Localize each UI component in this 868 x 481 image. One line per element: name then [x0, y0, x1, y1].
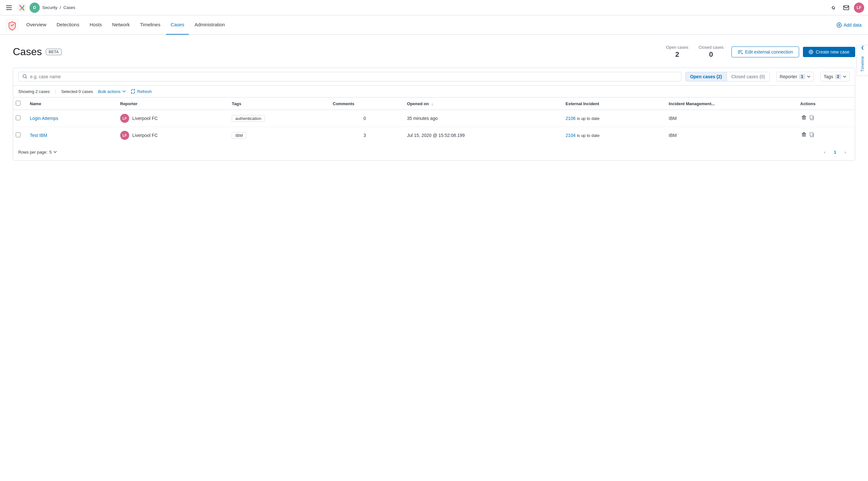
row-comments-cell: 0: [328, 110, 402, 127]
nav-overview[interactable]: Overview: [22, 16, 51, 35]
open-cases-label: Open cases: [666, 45, 688, 50]
incident-link[interactable]: 2104: [566, 133, 576, 138]
incident-link[interactable]: 2106: [566, 116, 576, 121]
nav-detections[interactable]: Detections: [52, 16, 84, 35]
settings-icon[interactable]: [828, 3, 838, 13]
row-opened-on-cell: 35 minutes ago: [402, 110, 561, 127]
security-logo: [6, 19, 18, 31]
delete-button[interactable]: [800, 131, 807, 140]
search-box[interactable]: [18, 72, 681, 82]
page-1-button[interactable]: 1: [831, 148, 839, 156]
closed-cases-label: Closed cases: [699, 45, 723, 50]
nav-administration[interactable]: Administration: [190, 16, 229, 35]
col-reporter: Reporter: [115, 97, 227, 110]
incident-status: is up to date: [577, 116, 600, 121]
select-all-header[interactable]: [13, 97, 25, 110]
create-case-button[interactable]: Create new case: [803, 47, 855, 57]
row-reporter-cell: LF Liverpool FC: [115, 110, 227, 127]
nav-network[interactable]: Network: [108, 16, 134, 35]
filter-bar: Open cases (2) Closed cases (0) Reporter…: [13, 68, 855, 86]
add-data-button[interactable]: Add data: [837, 23, 862, 28]
col-actions: Actions: [795, 97, 855, 110]
col-incident-management: Incident Management...: [663, 97, 795, 110]
col-name: Name: [25, 97, 115, 110]
delete-button[interactable]: [800, 114, 807, 123]
rows-per-page[interactable]: Rows per page: 5: [18, 150, 57, 155]
row-name-cell: Login Attemps: [25, 110, 115, 127]
row-name-cell: Test IBM: [25, 127, 115, 144]
bulk-actions-button[interactable]: Bulk actions: [98, 89, 126, 94]
page-title: Cases: [13, 46, 42, 58]
prev-page-button[interactable]: ‹: [820, 148, 829, 156]
reporter-filter[interactable]: Reporter 1: [776, 72, 814, 82]
case-name-link[interactable]: Test IBM: [30, 133, 47, 138]
copy-button[interactable]: [808, 131, 815, 140]
open-cases-value: 2: [666, 50, 688, 59]
row-external-incident-cell: 2106 is up to date: [561, 110, 664, 127]
copy-button[interactable]: [808, 114, 815, 123]
refresh-button[interactable]: Refresh: [131, 89, 152, 94]
nav-timelines[interactable]: Timelines: [135, 16, 165, 35]
case-name-link[interactable]: Login Attemps: [30, 116, 58, 121]
row-checkbox-0[interactable]: [16, 115, 21, 120]
row-actions-cell: [795, 127, 855, 144]
nav-cases[interactable]: Cases: [166, 16, 189, 35]
cases-stats: Open cases 2 Closed cases 0: [666, 45, 723, 59]
page-content: Cases BETA Open cases 2 Closed cases 0 E…: [0, 35, 868, 171]
tags-filter[interactable]: Tags 2: [820, 72, 850, 82]
selected-info: Selected 0 cases: [61, 89, 93, 94]
row-checkbox-1[interactable]: [16, 132, 21, 137]
timeline-chevron-icon: ❮: [861, 45, 864, 52]
svg-rect-11: [810, 115, 813, 119]
closed-cases-tab[interactable]: Closed cases (0): [727, 72, 770, 82]
breadcrumb: Security / Cases: [42, 5, 75, 10]
open-cases-tab[interactable]: Open cases (2): [685, 72, 727, 82]
row-tags-cell: authentication: [227, 110, 328, 127]
row-tags-cell: IBM: [227, 127, 328, 144]
pagination: ‹ 1 ›: [820, 148, 850, 156]
topbar: D Security / Cases LF: [0, 0, 868, 16]
row-comments-cell: 3: [328, 127, 402, 144]
svg-rect-1: [6, 7, 12, 8]
edit-connection-button[interactable]: Edit external connection: [732, 47, 799, 57]
next-page-button[interactable]: ›: [841, 148, 850, 156]
svg-rect-0: [6, 5, 12, 6]
row-reporter-cell: LF Liverpool FC: [115, 127, 227, 144]
user-avatar[interactable]: LF: [854, 3, 864, 13]
incident-status: is up to date: [577, 133, 600, 138]
row-external-incident-cell: 2104 is up to date: [561, 127, 664, 144]
menu-icon[interactable]: [4, 3, 14, 13]
col-external-incident: External Incident: [561, 97, 664, 110]
cases-container: Open cases (2) Closed cases (0) Reporter…: [13, 68, 855, 161]
row-checkbox-cell[interactable]: [13, 110, 25, 127]
closed-cases-value: 0: [699, 50, 723, 59]
svg-rect-15: [810, 132, 813, 136]
row-incident-mgmt-cell: IBM: [663, 110, 795, 127]
select-all-checkbox[interactable]: [16, 101, 21, 106]
mail-icon[interactable]: [841, 3, 851, 13]
tag-badge: IBM: [232, 132, 246, 139]
col-opened-on[interactable]: Opened on ↓: [402, 97, 561, 110]
row-incident-mgmt-cell: IBM: [663, 127, 795, 144]
timeline-sidebar[interactable]: ❮ Timeline: [857, 45, 868, 76]
table-footer: Rows per page: 5 ‹ 1 ›: [13, 144, 855, 160]
row-actions-cell: [795, 110, 855, 127]
table-row: Login Attemps LF Liverpool FC authentica…: [13, 110, 855, 127]
row-checkbox-cell[interactable]: [13, 127, 25, 144]
row-opened-on-cell: Jul 15, 2020 @ 15:52:08.199: [402, 127, 561, 144]
search-input[interactable]: [30, 74, 677, 79]
toolbar: Showing 2 cases | Selected 0 cases Bulk …: [13, 86, 855, 97]
page-header: Cases BETA Open cases 2 Closed cases 0 E…: [13, 45, 855, 59]
nav-hosts[interactable]: Hosts: [85, 16, 106, 35]
showing-info: Showing 2 cases: [18, 89, 50, 94]
tags-count: 2: [835, 74, 841, 79]
col-comments: Comments: [328, 97, 402, 110]
topbar-avatar-d[interactable]: D: [30, 3, 40, 13]
cases-table: Name Reporter Tags Comments Opened on ↓ …: [13, 97, 855, 144]
closed-cases-stat: Closed cases 0: [699, 45, 723, 59]
col-tags: Tags: [227, 97, 328, 110]
beta-badge: BETA: [46, 49, 62, 55]
toolbar-separator: |: [55, 89, 56, 94]
open-cases-stat: Open cases 2: [666, 45, 688, 59]
timeline-label: Timeline: [858, 52, 867, 76]
